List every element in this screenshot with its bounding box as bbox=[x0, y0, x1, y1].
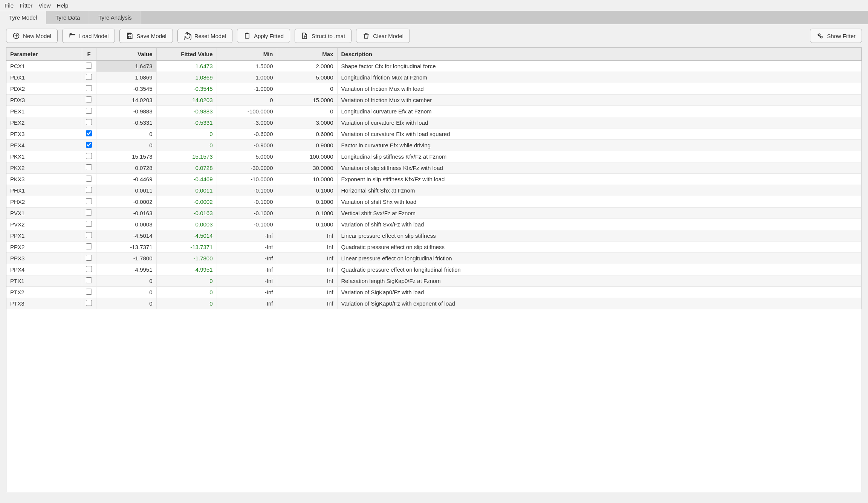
max-cell[interactable]: 0 bbox=[277, 106, 337, 117]
table-row[interactable]: PKX115.157315.15735.0000100.0000Longitud… bbox=[6, 151, 862, 162]
min-cell[interactable]: 1.0000 bbox=[217, 72, 277, 83]
value-cell[interactable]: -0.4469 bbox=[96, 174, 156, 185]
fix-checkbox[interactable] bbox=[86, 96, 92, 102]
table-row[interactable]: PKX3-0.4469-0.4469-10.000010.0000Exponen… bbox=[6, 174, 862, 185]
fix-checkbox[interactable] bbox=[86, 277, 92, 283]
max-cell[interactable]: Inf bbox=[277, 230, 337, 242]
value-cell[interactable]: -13.7371 bbox=[96, 242, 156, 253]
min-cell[interactable]: -3.0000 bbox=[217, 117, 277, 128]
fix-checkbox[interactable] bbox=[86, 255, 92, 261]
max-cell[interactable]: 0 bbox=[277, 83, 337, 95]
table-row[interactable]: PCX11.64731.64731.50002.0000Shape factor… bbox=[6, 61, 862, 72]
fix-checkbox[interactable] bbox=[86, 74, 92, 80]
max-cell[interactable]: 10.0000 bbox=[277, 174, 337, 185]
table-row[interactable]: PEX400-0.90000.9000Factor in curvature E… bbox=[6, 140, 862, 151]
fix-checkbox[interactable] bbox=[86, 164, 92, 170]
col-max[interactable]: Max bbox=[277, 48, 337, 61]
menu-item-fitter[interactable]: Fitter bbox=[18, 2, 34, 9]
max-cell[interactable]: Inf bbox=[277, 264, 337, 275]
fix-checkbox[interactable] bbox=[86, 85, 92, 91]
table-row[interactable]: PTX200-InfInfVariation of SigKap0/Fz wit… bbox=[6, 287, 862, 298]
value-cell[interactable]: 0 bbox=[96, 140, 156, 151]
load-model-button[interactable]: Load Model bbox=[62, 29, 115, 43]
min-cell[interactable]: -0.1000 bbox=[217, 208, 277, 219]
max-cell[interactable]: 0.6000 bbox=[277, 128, 337, 140]
fix-checkbox[interactable] bbox=[86, 289, 92, 295]
table-row[interactable]: PEX300-0.60000.6000Variation of curvatur… bbox=[6, 128, 862, 140]
value-cell[interactable]: 0.0728 bbox=[96, 162, 156, 174]
table-row[interactable]: PVX1-0.0163-0.0163-0.10000.1000Vertical … bbox=[6, 208, 862, 219]
fix-checkbox[interactable] bbox=[86, 266, 92, 272]
min-cell[interactable]: -100.0000 bbox=[217, 106, 277, 117]
table-row[interactable]: PDX2-0.3545-0.3545-1.00000Variation of f… bbox=[6, 83, 862, 95]
fix-checkbox[interactable] bbox=[86, 209, 92, 216]
tab-tyre-model[interactable]: Tyre Model bbox=[0, 11, 46, 24]
value-cell[interactable]: -1.7800 bbox=[96, 253, 156, 264]
value-cell[interactable]: 0 bbox=[96, 298, 156, 309]
max-cell[interactable]: 15.0000 bbox=[277, 95, 337, 106]
max-cell[interactable]: 0.1000 bbox=[277, 185, 337, 196]
col-f[interactable]: F bbox=[82, 48, 96, 61]
min-cell[interactable]: -Inf bbox=[217, 287, 277, 298]
value-cell[interactable]: 1.6473 bbox=[96, 61, 156, 72]
struct-to-mat-button[interactable]: Struct to .mat bbox=[295, 29, 351, 43]
fix-checkbox[interactable] bbox=[86, 108, 92, 114]
value-cell[interactable]: 14.0203 bbox=[96, 95, 156, 106]
value-cell[interactable]: -4.5014 bbox=[96, 230, 156, 242]
table-row[interactable]: PHX10.00110.0011-0.10000.1000Horizontal … bbox=[6, 185, 862, 196]
fix-checkbox[interactable] bbox=[86, 142, 92, 148]
table-row[interactable]: PEX1-0.9883-0.9883-100.00000Longitudinal… bbox=[6, 106, 862, 117]
min-cell[interactable]: -10.0000 bbox=[217, 174, 277, 185]
value-cell[interactable]: -0.0163 bbox=[96, 208, 156, 219]
max-cell[interactable]: 3.0000 bbox=[277, 117, 337, 128]
max-cell[interactable]: 0.9000 bbox=[277, 140, 337, 151]
table-row[interactable]: PKX20.07280.0728-30.000030.0000Variation… bbox=[6, 162, 862, 174]
value-cell[interactable]: -0.9883 bbox=[96, 106, 156, 117]
fix-checkbox[interactable] bbox=[86, 232, 92, 238]
table-row[interactable]: PDX314.020314.0203015.0000Variation of f… bbox=[6, 95, 862, 106]
value-cell[interactable]: -0.5331 bbox=[96, 117, 156, 128]
value-cell[interactable]: 0.0011 bbox=[96, 185, 156, 196]
value-cell[interactable]: 0 bbox=[96, 128, 156, 140]
min-cell[interactable]: -30.0000 bbox=[217, 162, 277, 174]
col-min[interactable]: Min bbox=[217, 48, 277, 61]
min-cell[interactable]: -0.9000 bbox=[217, 140, 277, 151]
table-row[interactable]: PHX2-0.0002-0.0002-0.10000.1000Variation… bbox=[6, 196, 862, 208]
min-cell[interactable]: -0.1000 bbox=[217, 219, 277, 230]
min-cell[interactable]: -0.1000 bbox=[217, 185, 277, 196]
fix-checkbox[interactable] bbox=[86, 153, 92, 159]
menu-item-view[interactable]: View bbox=[37, 2, 52, 9]
save-model-button[interactable]: Save Model bbox=[119, 29, 173, 43]
apply-fitted-button[interactable]: Apply Fitted bbox=[237, 29, 290, 43]
show-fitter-button[interactable]: Show Fitter bbox=[810, 29, 862, 43]
fix-checkbox[interactable] bbox=[86, 119, 92, 125]
min-cell[interactable]: -Inf bbox=[217, 298, 277, 309]
min-cell[interactable]: -Inf bbox=[217, 264, 277, 275]
table-row[interactable]: PPX4-4.9951-4.9951-InfInfQuadratic press… bbox=[6, 264, 862, 275]
max-cell[interactable]: 5.0000 bbox=[277, 72, 337, 83]
table-row[interactable]: PPX2-13.7371-13.7371-InfInfQuadratic pre… bbox=[6, 242, 862, 253]
value-cell[interactable]: -0.3545 bbox=[96, 83, 156, 95]
value-cell[interactable]: 0 bbox=[96, 287, 156, 298]
table-row[interactable]: PVX20.00030.0003-0.10000.1000Variation o… bbox=[6, 219, 862, 230]
max-cell[interactable]: 0.1000 bbox=[277, 208, 337, 219]
max-cell[interactable]: Inf bbox=[277, 275, 337, 287]
max-cell[interactable]: Inf bbox=[277, 242, 337, 253]
max-cell[interactable]: Inf bbox=[277, 298, 337, 309]
min-cell[interactable]: -Inf bbox=[217, 230, 277, 242]
table-row[interactable]: PPX1-4.5014-4.5014-InfInfLinear pressure… bbox=[6, 230, 862, 242]
table-row[interactable]: PPX3-1.7800-1.7800-InfInfLinear pressure… bbox=[6, 253, 862, 264]
menu-item-help[interactable]: Help bbox=[55, 2, 70, 9]
max-cell[interactable]: 0.1000 bbox=[277, 219, 337, 230]
fix-checkbox[interactable] bbox=[86, 176, 92, 182]
menu-item-file[interactable]: File bbox=[3, 2, 15, 9]
max-cell[interactable]: Inf bbox=[277, 253, 337, 264]
fix-checkbox[interactable] bbox=[86, 221, 92, 227]
min-cell[interactable]: -Inf bbox=[217, 242, 277, 253]
value-cell[interactable]: 0.0003 bbox=[96, 219, 156, 230]
fix-checkbox[interactable] bbox=[86, 198, 92, 204]
reset-model-button[interactable]: Reset Model bbox=[177, 29, 232, 43]
col-parameter[interactable]: Parameter bbox=[6, 48, 82, 61]
col-fitted[interactable]: Fitted Value bbox=[156, 48, 217, 61]
min-cell[interactable]: -1.0000 bbox=[217, 83, 277, 95]
